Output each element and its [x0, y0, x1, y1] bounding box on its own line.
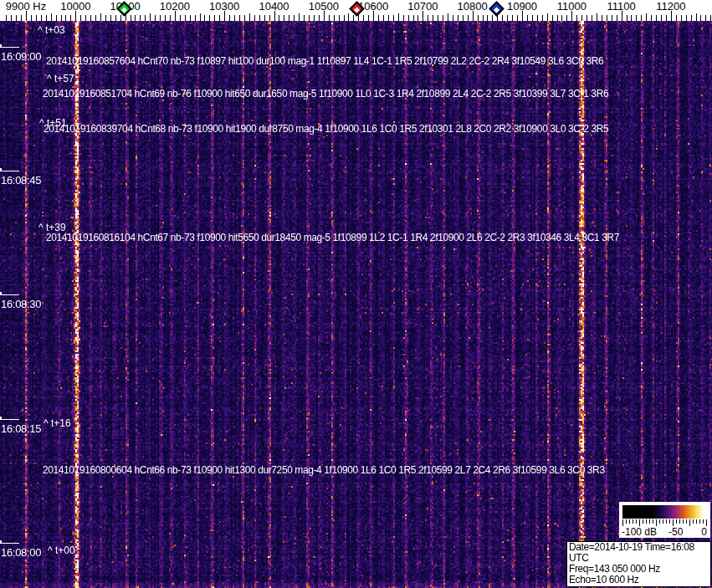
freq-tick: [393, 15, 394, 21]
freq-tick: [383, 15, 384, 21]
spectrogram-app: 9900 Hz100001010010200103001040010500106…: [0, 0, 712, 588]
freq-tick: [696, 13, 697, 21]
freq-tick: [627, 15, 627, 21]
freq-tick: [319, 15, 320, 21]
frequency-ruler[interactable]: 9900 Hz100001010010200103001040010500106…: [0, 0, 712, 21]
freq-tick: [363, 15, 364, 21]
freq-tick: [408, 15, 409, 21]
freq-tick: [542, 15, 543, 21]
freq-tick: [681, 15, 682, 21]
db-tick: [622, 519, 623, 526]
db-tick: [649, 519, 650, 524]
freq-tick: [607, 15, 607, 21]
freq-tick: [641, 15, 642, 21]
detection-log-line: 20141019160800604 hCnt66 nb-73 f10900 hi…: [43, 464, 605, 476]
time-axis-label: 16:08:45: [1, 174, 41, 187]
freq-tick: [190, 15, 191, 21]
freq-tick: [150, 13, 151, 21]
freq-tick: [155, 15, 156, 21]
freq-tick: [417, 15, 418, 21]
freq-tick: [65, 15, 66, 21]
freq-tick: [105, 15, 106, 21]
freq-tick: [165, 15, 166, 21]
freq-label: 10300: [209, 0, 239, 13]
freq-tick: [617, 15, 617, 21]
freq-tick: [21, 15, 22, 21]
freq-tick: [140, 15, 141, 21]
freq-tick: [209, 15, 210, 21]
db-tick: [663, 519, 663, 524]
spectrogram-canvas[interactable]: [0, 21, 712, 588]
freq-tick: [314, 15, 315, 21]
freq-tick: [46, 15, 47, 21]
freq-tick: [348, 13, 349, 21]
freq-tick: [51, 13, 52, 21]
freq-tick: [195, 15, 196, 21]
db-tick: [653, 519, 653, 524]
freq-tick: [185, 15, 186, 21]
db-tick: [643, 519, 643, 524]
freq-tick: [631, 15, 632, 21]
green-marker-center-dot: [121, 7, 127, 13]
freq-tick: [378, 15, 379, 21]
freq-tick: [284, 15, 284, 21]
db-label-min: -100 dB: [622, 526, 657, 538]
freq-tick: [443, 15, 443, 21]
freq-tick: [299, 13, 300, 21]
db-tick: [689, 519, 690, 526]
db-scale-legend: -100 dB -50 0: [619, 502, 710, 538]
freq-tick: [131, 15, 131, 21]
freq-tick: [512, 15, 513, 21]
freq-tick: [438, 15, 438, 21]
freq-tick: [686, 15, 687, 21]
freq-tick: [358, 15, 359, 21]
freq-tick: [403, 15, 404, 21]
time-axis-tick: [0, 419, 19, 420]
freq-tick: [95, 15, 96, 21]
detection-log-line: 20141019160839704 hCnt68 nb-73 f10900 hi…: [44, 123, 608, 135]
freq-tick: [576, 15, 577, 21]
freq-tick: [691, 15, 692, 21]
freq-tick: [527, 15, 528, 21]
freq-tick: [90, 15, 91, 21]
freq-tick: [398, 13, 399, 21]
time-axis-tick: [0, 543, 19, 544]
freq-tick: [502, 15, 503, 21]
freq-tick: [120, 15, 121, 21]
freq-tick: [517, 15, 518, 21]
freq-tick: [289, 15, 289, 21]
detection-log-line: 20141019160851704 hCnt69 nb-76 f10900 hi…: [43, 88, 608, 100]
time-axis-label: 16:08:15: [1, 422, 41, 435]
freq-tick: [561, 15, 562, 21]
freq-tick: [259, 15, 260, 21]
freq-label: 11000: [557, 0, 587, 13]
freq-label: 10400: [259, 0, 289, 13]
db-tick: [699, 519, 700, 524]
freq-tick: [344, 15, 345, 21]
time-axis-nub: [0, 417, 2, 420]
freq-tick: [41, 15, 42, 21]
freq-tick: [433, 15, 433, 21]
freq-tick: [710, 15, 711, 21]
freq-tick: [458, 15, 458, 21]
db-tick: [679, 519, 680, 524]
time-axis-label: 16:08:00: [1, 546, 41, 559]
db-tick: [669, 519, 670, 524]
freq-tick: [483, 15, 484, 21]
freq-tick: [566, 15, 567, 21]
freq-tick: [6, 15, 7, 21]
freq-label: 11200: [656, 0, 685, 13]
time-axis-nub: [0, 168, 2, 171]
freq-tick: [16, 15, 17, 21]
red-marker-center-dot: [354, 7, 360, 13]
detection-log-line: 20141019160857604 hCnt70 nb-73 f10897 hi…: [46, 55, 603, 67]
freq-tick: [234, 15, 235, 21]
db-label-mid: -50: [668, 526, 683, 538]
db-tick: [659, 519, 660, 524]
db-tick: [626, 519, 627, 524]
blue-marker-diamond-icon[interactable]: [489, 1, 504, 16]
freq-tick: [468, 15, 469, 21]
db-gradient-bar: [622, 505, 707, 519]
detection-log-line: 20141019160816104 hCnt67 nb-73 f10900 hi…: [46, 232, 619, 243]
info-box: Date=2014-10-19 Time=16:08 UTC Freq=143 …: [566, 541, 711, 587]
